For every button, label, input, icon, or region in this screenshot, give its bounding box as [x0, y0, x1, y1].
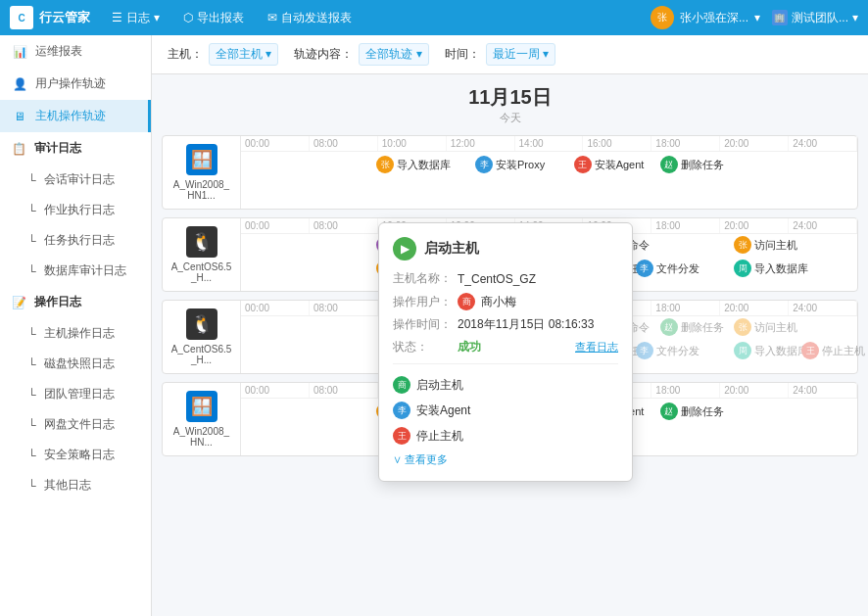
popup-time-value: 2018年11月15日 08:16:33	[458, 316, 594, 333]
logo-icon-inner: C	[18, 13, 24, 24]
sidebar-item-host-track[interactable]: 🖥 主机操作轨迹	[0, 100, 151, 132]
event-item[interactable]: 赵 删除任务	[660, 156, 724, 173]
time-tick: 14:00	[515, 136, 584, 151]
popup-row-status: 状态： 成功 查看日志	[393, 339, 618, 355]
sidebar-item-label: 网盘文件日志	[44, 416, 115, 433]
popup-card: ▶ 启动主机 主机名称： T_CentOS_GZ 操作用户： 商 商小梅	[378, 222, 633, 482]
events-row: 张 导入数据库 李 安装Proxy 王 安装Agent	[241, 152, 857, 195]
time-tick: 18:00	[651, 218, 720, 233]
header: C 行云管家 ☰ 日志 ▾ ⬡ 导出报表 ✉ 自动发送报表	[0, 0, 868, 35]
team-info[interactable]: 🏢 测试团队... ▾	[772, 10, 858, 26]
nav-journal-label: 日志	[126, 10, 150, 26]
popup-user-avatar: 商	[458, 293, 475, 310]
chevron-down-icon: ▾	[852, 11, 858, 24]
event-label: 删除任务	[681, 320, 724, 335]
event-item[interactable]: 李 安装Proxy	[475, 156, 545, 173]
time-tick: 20:00	[720, 383, 789, 398]
event-item[interactable]: 周 导入数据库	[734, 260, 808, 277]
sidebar-group-audit[interactable]: 📋 审计日志	[0, 132, 151, 165]
event-item[interactable]: 赵 删除任务	[660, 403, 724, 420]
filter-host-select[interactable]: 全部主机 ▾	[209, 43, 278, 66]
play-icon: ▶	[393, 237, 416, 261]
user-info[interactable]: 张 张小强在深... ▾	[651, 6, 760, 29]
popup-action-avatar: 王	[393, 427, 410, 445]
session-icon: └	[27, 173, 36, 187]
sidebar-item-reports[interactable]: 📊 运维报表	[0, 35, 151, 68]
event-item[interactable]: 王 停止主机	[801, 342, 865, 359]
event-avatar: 王	[574, 156, 592, 173]
user-track-icon: 👤	[12, 76, 27, 92]
event-item[interactable]: 周 导入数据库	[734, 342, 808, 359]
sidebar-item-user-track[interactable]: 👤 用户操作轨迹	[0, 68, 151, 100]
sidebar: 📊 运维报表 👤 用户操作轨迹 🖥 主机操作轨迹 📋 审计日志 └ 会话审计日志…	[0, 35, 152, 616]
sidebar-item-netdisk-log[interactable]: └ 网盘文件日志	[0, 409, 151, 440]
sidebar-item-label: 主机操作日志	[44, 325, 115, 342]
event-avatar: 张	[734, 236, 751, 254]
nav-export[interactable]: ⬡ 导出报表	[173, 6, 254, 30]
event-label: 停止主机	[822, 344, 865, 358]
event-label: 文件分发	[656, 261, 699, 276]
sidebar-item-label: 安全策略日志	[44, 447, 115, 463]
event-label: 导入数据库	[397, 158, 451, 172]
sidebar-item-job-log[interactable]: └ 作业执行日志	[0, 195, 151, 225]
filter-track-label: 轨迹内容：	[294, 46, 353, 63]
sidebar-item-team-log[interactable]: └ 团队管理日志	[0, 379, 151, 409]
event-item[interactable]: 李 文件分发	[636, 260, 699, 277]
event-label: 安装Proxy	[496, 158, 545, 172]
chevron-down-icon: ▾	[754, 11, 760, 24]
nav-journal[interactable]: ☰ 日志 ▾	[102, 6, 169, 30]
event-avatar: 赵	[660, 403, 678, 420]
sidebar-item-other-log[interactable]: └ 其他日志	[0, 470, 151, 500]
date-today: 今天	[162, 111, 858, 125]
filter-track-select[interactable]: 全部轨迹 ▾	[359, 43, 428, 66]
popup-action-label: 启动主机	[416, 377, 463, 394]
event-item[interactable]: 张 导入数据库	[376, 156, 451, 173]
sidebar-item-db-audit[interactable]: └ 数据库审计日志	[0, 256, 151, 286]
popup-row-time: 操作时间： 2018年11月15日 08:16:33	[393, 316, 618, 333]
popup-status-value: 成功	[458, 339, 481, 355]
sidebar-item-host-op[interactable]: └ 主机操作日志	[0, 318, 151, 349]
time-tick: 00:00	[241, 383, 310, 398]
popup-action-avatar: 李	[393, 402, 410, 419]
time-tick: 18:00	[651, 136, 720, 151]
host-label: 🪟 A_Win2008_HN1...	[163, 136, 241, 209]
user-name: 张小强在深...	[680, 10, 748, 26]
date-header: 11月15日 今天	[162, 84, 858, 125]
filter-time-select[interactable]: 最近一周 ▾	[486, 43, 555, 66]
event-avatar: 李	[636, 260, 653, 277]
host-label: 🪟 A_Win2008_HN...	[163, 383, 241, 455]
popup-user-name: 商小梅	[481, 294, 516, 310]
event-label: 文件分发	[656, 344, 699, 358]
event-item[interactable]: 张 访问主机	[734, 318, 797, 336]
header-left: C 行云管家 ☰ 日志 ▾ ⬡ 导出报表 ✉ 自动发送报表	[10, 6, 362, 30]
event-item[interactable]: 张 访问主机	[734, 236, 797, 254]
popup-log-link[interactable]: 查看日志	[575, 340, 618, 355]
chevron-down-icon: ▾	[154, 11, 160, 24]
host-name: A_Win2008_HN1...	[170, 179, 232, 201]
popup-action-item[interactable]: 王 停止主机	[393, 423, 618, 449]
time-tick: 20:00	[720, 136, 789, 151]
event-item[interactable]: 王 安装Agent	[574, 156, 645, 173]
sidebar-item-task-log[interactable]: └ 任务执行日志	[0, 225, 151, 256]
logo: C 行云管家	[10, 6, 90, 29]
filter-time-value: 最近一周 ▾	[493, 46, 549, 63]
sidebar-item-label: 其他日志	[44, 477, 91, 494]
time-tick: 08:00	[310, 301, 378, 315]
popup-user-label: 操作用户：	[393, 294, 452, 310]
sidebar-item-security-log[interactable]: └ 安全策略日志	[0, 440, 151, 470]
popup-action-item[interactable]: 商 启动主机	[393, 372, 618, 398]
nav-auto-send[interactable]: ✉ 自动发送报表	[258, 6, 362, 30]
popup-more-button[interactable]: ∨ 查看更多	[393, 452, 618, 467]
event-item[interactable]: 赵 删除任务	[660, 318, 724, 336]
sidebar-item-label: 数据库审计日志	[44, 262, 126, 279]
sidebar-item-session-audit[interactable]: └ 会话审计日志	[0, 165, 151, 195]
db-icon: └	[27, 264, 36, 278]
event-avatar: 张	[734, 318, 751, 336]
windows-icon: 🪟	[186, 144, 217, 175]
event-item[interactable]: 李 文件分发	[636, 342, 699, 359]
time-tick: 12:00	[447, 136, 515, 151]
sidebar-item-disk-log[interactable]: └ 磁盘快照日志	[0, 349, 151, 379]
filter-time: 时间： 最近一周 ▾	[445, 43, 555, 66]
sidebar-group-op[interactable]: 📝 操作日志	[0, 286, 151, 318]
popup-action-item[interactable]: 李 安装Agent	[393, 398, 618, 423]
